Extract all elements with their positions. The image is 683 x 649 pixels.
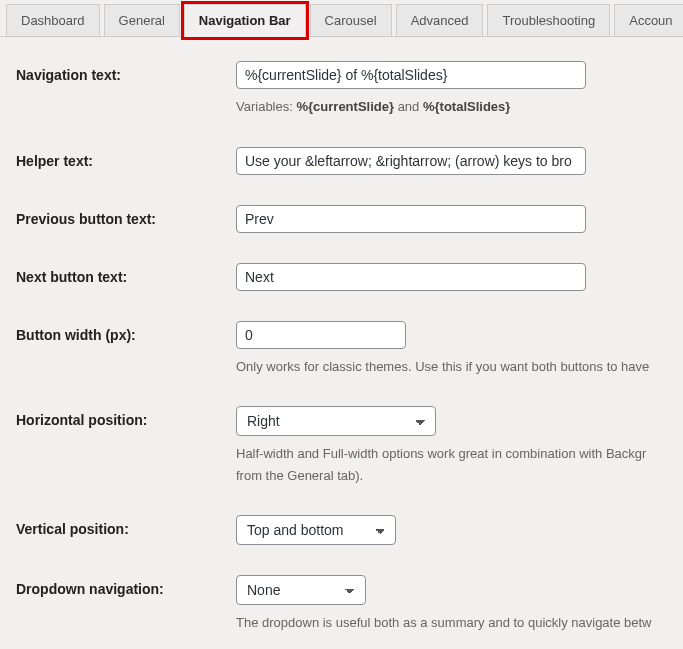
- previous-button-text-label: Previous button text:: [16, 205, 236, 227]
- button-width-input[interactable]: [236, 321, 406, 349]
- button-width-label: Button width (px):: [16, 321, 236, 343]
- settings-form: Navigation text: Variables: %{currentSli…: [0, 37, 683, 633]
- vertical-position-select[interactable]: Top and bottom: [236, 515, 396, 545]
- next-button-text-input[interactable]: [236, 263, 586, 291]
- vertical-position-label: Vertical position:: [16, 515, 236, 537]
- previous-button-text-input[interactable]: [236, 205, 586, 233]
- tab-carousel[interactable]: Carousel: [310, 4, 392, 36]
- helper-text-input[interactable]: [236, 147, 586, 175]
- helper-text-label: Helper text:: [16, 147, 236, 169]
- tab-navigation-bar[interactable]: Navigation Bar: [184, 4, 306, 37]
- dropdown-navigation-select[interactable]: None: [236, 575, 366, 605]
- tab-general[interactable]: General: [104, 4, 180, 36]
- dropdown-navigation-label: Dropdown navigation:: [16, 575, 236, 597]
- next-button-text-label: Next button text:: [16, 263, 236, 285]
- tab-troubleshooting[interactable]: Troubleshooting: [487, 4, 610, 36]
- horizontal-position-select[interactable]: Right: [236, 406, 436, 436]
- navigation-text-desc: Variables: %{currentSlide} and %{totalSl…: [236, 97, 667, 117]
- tab-account[interactable]: Accoun: [614, 4, 683, 36]
- button-width-desc: Only works for classic themes. Use this …: [236, 357, 667, 377]
- dropdown-navigation-desc: The dropdown is useful both as a summary…: [236, 613, 667, 633]
- horizontal-position-desc: Half-width and Full-width options work g…: [236, 444, 667, 464]
- settings-tabs: Dashboard General Navigation Bar Carouse…: [0, 0, 683, 37]
- tab-advanced[interactable]: Advanced: [396, 4, 484, 36]
- horizontal-position-desc-2: from the General tab).: [236, 466, 667, 486]
- navigation-text-input[interactable]: [236, 61, 586, 89]
- tab-dashboard[interactable]: Dashboard: [6, 4, 100, 36]
- horizontal-position-label: Horizontal position:: [16, 406, 236, 428]
- navigation-text-label: Navigation text:: [16, 61, 236, 83]
